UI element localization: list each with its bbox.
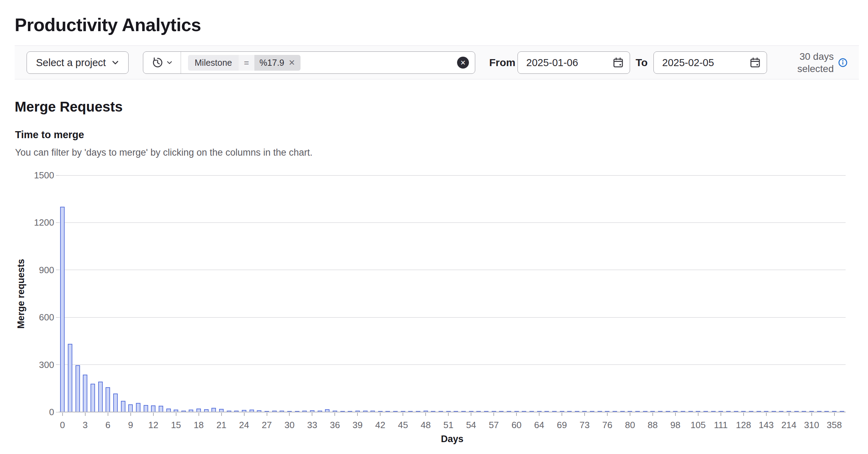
x-tick-label: 24 (239, 420, 249, 431)
bar-11[interactable] (144, 405, 148, 412)
bar-9[interactable] (128, 404, 133, 412)
x-tick-label: 80 (625, 420, 635, 431)
x-tick-label: 51 (443, 420, 454, 431)
bar-2[interactable] (75, 365, 80, 412)
x-tick-label: 30 (284, 420, 295, 431)
gridline-600 (59, 317, 846, 318)
x-tick-label: 128 (736, 420, 751, 431)
x-tick-label: 42 (375, 420, 385, 431)
x-tick-mark (766, 413, 767, 416)
x-tick-mark (425, 413, 426, 416)
x-tick-mark (176, 413, 176, 416)
gridline-900 (59, 270, 846, 270)
y-tick-mark (56, 412, 59, 412)
x-axis-line (59, 412, 846, 412)
bar-12[interactable] (151, 405, 155, 412)
x-tick-label: 76 (602, 420, 612, 431)
bar-6[interactable] (106, 387, 110, 412)
x-tick-mark (675, 413, 676, 416)
bar-7[interactable] (113, 393, 118, 412)
x-tick-mark (221, 413, 222, 416)
x-tick-mark (312, 413, 312, 416)
y-tick-mark (56, 317, 59, 318)
y-tick-mark (56, 270, 59, 270)
x-tick-label: 3 (83, 420, 88, 431)
y-tick-label: 1200 (0, 217, 54, 228)
time-to-merge-chart: Merge requests Days 03006009001200150003… (0, 0, 868, 454)
x-tick-label: 36 (330, 420, 340, 431)
x-tick-label: 98 (670, 420, 680, 431)
y-tick-label: 300 (0, 359, 54, 370)
x-tick-label: 48 (421, 420, 431, 431)
x-tick-label: 54 (466, 420, 476, 431)
y-tick-label: 900 (0, 264, 54, 275)
x-tick-label: 33 (307, 420, 317, 431)
x-tick-mark (130, 413, 131, 416)
x-tick-mark (244, 413, 245, 416)
x-tick-label: 18 (194, 420, 204, 431)
x-tick-mark (62, 413, 63, 416)
x-tick-label: 15 (171, 420, 181, 431)
x-tick-mark (539, 413, 540, 416)
x-axis-title: Days (441, 434, 464, 445)
x-tick-mark (380, 413, 381, 416)
bar-4[interactable] (91, 384, 95, 412)
x-tick-label: 69 (557, 420, 567, 431)
bar-3[interactable] (83, 375, 87, 412)
x-tick-label: 39 (353, 420, 363, 431)
gridline-1500 (59, 175, 846, 176)
x-tick-mark (289, 413, 290, 416)
x-tick-mark (811, 413, 812, 416)
bar-5[interactable] (98, 382, 103, 412)
x-tick-label: 45 (398, 420, 408, 431)
x-tick-mark (562, 413, 562, 416)
gridline-300 (59, 364, 846, 365)
x-tick-mark (652, 413, 653, 416)
y-tick-mark (56, 222, 59, 223)
y-tick-mark (56, 364, 59, 365)
x-tick-mark (516, 413, 517, 416)
x-tick-label: 64 (534, 420, 544, 431)
x-tick-mark (108, 413, 108, 416)
x-tick-label: 214 (781, 420, 796, 431)
x-tick-label: 27 (262, 420, 272, 431)
x-tick-label: 358 (827, 420, 842, 431)
x-tick-label: 21 (216, 420, 226, 431)
x-tick-mark (834, 413, 835, 416)
x-tick-label: 57 (489, 420, 499, 431)
bar-13[interactable] (159, 406, 163, 412)
x-tick-mark (721, 413, 721, 416)
x-tick-mark (198, 413, 199, 416)
x-tick-label: 111 (714, 420, 728, 431)
bar-1[interactable] (68, 344, 72, 412)
x-tick-mark (267, 413, 267, 416)
x-tick-mark (630, 413, 630, 416)
x-tick-label: 143 (759, 420, 774, 431)
gridline-1200 (59, 222, 846, 223)
x-tick-mark (743, 413, 744, 416)
y-tick-label: 600 (0, 312, 54, 323)
bar-8[interactable] (121, 401, 125, 412)
x-tick-mark (334, 413, 335, 416)
x-tick-label: 12 (148, 420, 158, 431)
x-tick-label: 105 (690, 420, 706, 431)
x-tick-label: 60 (512, 420, 522, 431)
bar-0[interactable] (60, 207, 65, 412)
x-tick-label: 9 (128, 420, 133, 431)
y-tick-label: 1500 (0, 170, 54, 181)
x-tick-mark (493, 413, 494, 416)
x-tick-label: 88 (648, 420, 658, 431)
x-tick-label: 0 (60, 420, 65, 431)
x-tick-mark (789, 413, 789, 416)
x-tick-mark (471, 413, 471, 416)
x-tick-mark (153, 413, 154, 416)
x-tick-label: 310 (804, 420, 819, 431)
y-tick-label: 0 (0, 407, 54, 418)
bar-10[interactable] (136, 403, 140, 412)
y-tick-mark (56, 175, 59, 176)
x-tick-label: 6 (106, 420, 110, 431)
x-tick-mark (85, 413, 86, 416)
x-tick-mark (403, 413, 403, 416)
x-tick-mark (607, 413, 608, 416)
x-tick-mark (584, 413, 585, 416)
